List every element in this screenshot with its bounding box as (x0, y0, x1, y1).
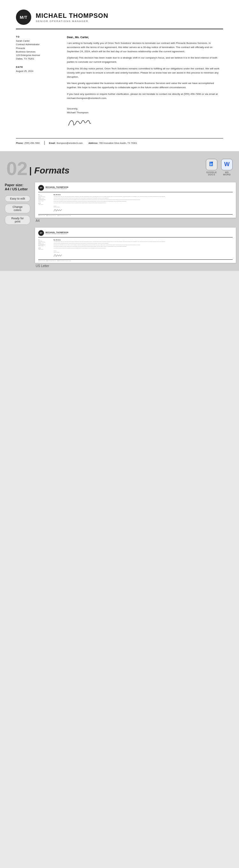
letter-page: M/T MICHAEL THOMPSON SENIOR OPERATIONS M… (0, 0, 239, 151)
easy-edit-button[interactable]: Easy to edit (5, 195, 30, 202)
mini-avatar-us: M/T (38, 230, 44, 236)
formats-icons: GOODLEDOCS W MSWORD (206, 159, 233, 176)
letter-header: M/T MICHAEL THOMPSON SENIOR OPERATIONS M… (16, 9, 223, 29)
mini-body-a4: TO Sarah CarterContract AdministratorPin… (38, 194, 233, 212)
mini-sig-us (54, 254, 61, 257)
ms-word-icon-box[interactable]: W MSWORD (221, 159, 233, 176)
mini-name-block-a4: MICHAEL THOMPSON SENIOR OPERATIONS MANAG… (46, 186, 69, 189)
letter-date: August 25, 2024 (16, 69, 57, 73)
footer-phone: Phone: (555) 456-7890 (16, 142, 40, 144)
email-value: thompson@oriontech.com (57, 142, 83, 144)
mini-footer-a4: Phone: (555) 456-7890 Email: thompson@or… (38, 214, 233, 216)
letter-right-column: Dear., Ms. Carter, I am writing to forma… (67, 36, 223, 129)
google-docs-icon (206, 159, 217, 170)
mini-left-a4: TO Sarah CarterContract AdministratorPin… (38, 194, 51, 212)
date-label: DATE (16, 66, 57, 68)
recipient-company: Pinnacle (16, 46, 57, 50)
mini-title-us: SENIOR OPERATIONS MANAGER (46, 233, 69, 235)
paragraph-4: We have greatly appreciated the business… (67, 82, 223, 90)
formats-header: 02 | Formats GOODLEDOCS W (0, 151, 239, 180)
formats-title-group: 02 | Formats (6, 158, 70, 177)
formats-sidebar: Paper size:A4 / US Letter Easy to edit C… (0, 180, 35, 271)
mini-body-us: TO Sarah CarterContract AdministratorPin… (38, 239, 233, 257)
paragraph-3: During this 30-day notice period, Orion … (67, 67, 223, 79)
recipient-address1: 123 Enterprise Avenue (16, 54, 57, 57)
ms-word-icon: W (221, 159, 233, 170)
mini-header-a4: M/T MICHAEL THOMPSON SENIOR OPERATIONS M… (38, 185, 233, 192)
a4-preview-item: M/T MICHAEL THOMPSON SENIOR OPERATIONS M… (35, 182, 236, 222)
formats-main: Paper size:A4 / US Letter Easy to edit C… (0, 180, 239, 271)
recipient-name: Sarah Carter (16, 39, 57, 43)
address-label: Address: (88, 142, 98, 144)
footer-divider (44, 141, 45, 145)
mini-right-us: Dear., Ms. Carter, I am writing to forma… (54, 239, 233, 257)
address-value: 789 Innovation Drive Austin, TX 73301 (99, 142, 137, 144)
google-docs-icon-box[interactable]: GOODLEDOCS (206, 159, 217, 176)
phone-label: Phone: (16, 142, 24, 144)
svg-rect-3 (210, 164, 212, 164)
formats-previews: M/T MICHAEL THOMPSON SENIOR OPERATIONS M… (35, 180, 239, 271)
mini-name-block-us: MICHAEL THOMPSON SENIOR OPERATIONS MANAG… (46, 231, 69, 235)
closing: Sincerely,Michael Thompson (67, 107, 223, 129)
a4-mini-letter: M/T MICHAEL THOMPSON SENIOR OPERATIONS M… (35, 182, 236, 218)
a4-label: A4 (35, 219, 39, 222)
paragraph-1: I am writing to formally notify you of O… (67, 41, 223, 54)
to-label: TO (16, 36, 57, 38)
avatar: M/T (16, 9, 31, 25)
mini-left-us: TO Sarah CarterContract AdministratorPin… (38, 239, 51, 257)
mini-right-a4: Dear., Ms. Carter, I am writing to forma… (54, 194, 233, 212)
letter-preview-section: M/T MICHAEL THOMPSON SENIOR OPERATIONS M… (0, 0, 239, 151)
email-label: Email: (49, 142, 56, 144)
salutation: Dear., Ms. Carter, (67, 36, 223, 39)
formats-pipe: | (29, 165, 32, 176)
recipient-address2: Dallas, TX 75201 (16, 57, 57, 60)
section-number: 02 (6, 159, 28, 178)
sender-name: MICHAEL THOMPSON (36, 12, 108, 20)
us-letter-mini-letter: M/T MICHAEL THOMPSON SENIOR OPERATIONS M… (35, 227, 236, 263)
paragraph-2: (Optional) This decision has been made d… (67, 56, 223, 64)
mini-header-us: M/T MICHAEL THOMPSON SENIOR OPERATIONS M… (38, 230, 233, 238)
letter-footer: Phone: (555) 456-7890 Email: thompson@or… (16, 138, 223, 145)
footer-address: Address: 789 Innovation Drive Austin, TX… (88, 142, 137, 144)
mini-footer-us: Phone: (555) 456-7890 Email: thompson@or… (38, 259, 233, 261)
closing-text: Sincerely,Michael Thompson (67, 107, 223, 115)
recipient-department: Business Services (16, 50, 57, 54)
change-colors-button[interactable]: Change colors (5, 204, 30, 213)
paper-size-label: Paper size:A4 / US Letter (5, 183, 30, 191)
footer-email: Email: thompson@oriontech.com (49, 142, 83, 144)
ready-print-button[interactable]: Ready for print (5, 215, 30, 225)
sender-title: SENIOR OPERATIONS MANAGER (36, 20, 108, 23)
svg-rect-1 (212, 162, 213, 163)
letter-body: TO Sarah Carter Contract Administrator P… (16, 36, 223, 129)
letter-left-column: TO Sarah Carter Contract Administrator P… (16, 36, 57, 129)
paragraph-5: If you have any questions or require fur… (67, 92, 223, 101)
ms-word-label: MSWORD (223, 171, 231, 176)
us-letter-label: US Letter (35, 264, 49, 268)
mini-sig-a4 (54, 209, 61, 212)
mini-title-a4: SENIOR OPERATIONS MANAGER (46, 188, 69, 189)
mini-avatar-a4: M/T (38, 185, 44, 191)
recipient-role: Contract Administrator (16, 43, 57, 46)
us-letter-preview-item: M/T MICHAEL THOMPSON SENIOR OPERATIONS M… (35, 227, 236, 268)
formats-section: 02 | Formats GOODLEDOCS W (0, 151, 239, 271)
formats-title: Formats (34, 165, 70, 176)
header-name-block: MICHAEL THOMPSON SENIOR OPERATIONS MANAG… (36, 12, 108, 23)
signature (67, 118, 92, 129)
phone-value: (555) 456-7890 (25, 142, 40, 144)
svg-rect-4 (210, 165, 212, 165)
google-docs-label: GOODLEDOCS (207, 171, 217, 176)
